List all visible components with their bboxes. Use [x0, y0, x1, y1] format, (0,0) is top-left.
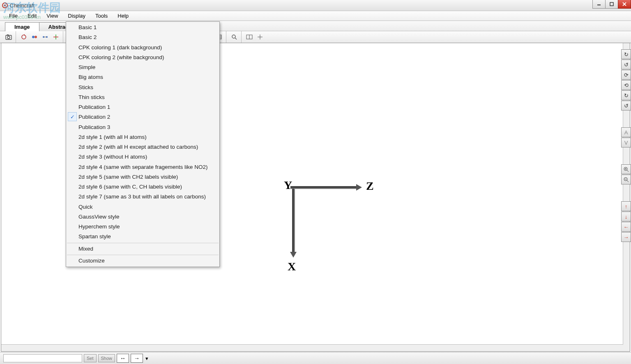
svg-point-20: [232, 35, 235, 38]
rotate-y-ccw-icon[interactable]: ⟲: [621, 80, 631, 90]
set-button[interactable]: Set: [84, 354, 97, 362]
svg-rect-8: [7, 35, 9, 35]
rotate-z-ccw-icon[interactable]: ↺: [621, 101, 631, 111]
display-style-item[interactable]: 2d style 6 (same with C, CH labels visib…: [66, 182, 219, 192]
display-style-item[interactable]: Quick: [66, 202, 219, 212]
display-style-item[interactable]: 2d style 5 (same with CH2 labels visible…: [66, 172, 219, 182]
horizontal-scrollbar[interactable]: [1, 344, 623, 351]
rotate-z-cw-icon[interactable]: ↻: [621, 90, 631, 100]
display-style-customize[interactable]: Customize: [66, 256, 219, 266]
zoom-out-icon[interactable]: [621, 175, 631, 184]
title-bar: Chemcraft: [0, 0, 631, 11]
display-style-item[interactable]: CPK coloring 2 (white background): [66, 53, 219, 62]
expand-icon[interactable]: [255, 32, 265, 42]
menu-tools[interactable]: Tools: [90, 12, 113, 20]
display-style-item[interactable]: 2d style 3 (without H atoms): [66, 152, 219, 162]
display-style-item[interactable]: Basic 2: [66, 32, 219, 42]
move-right-icon[interactable]: →: [621, 232, 631, 242]
svg-point-10: [32, 36, 35, 38]
window-title: Chemcraft: [10, 2, 35, 9]
display-style-item[interactable]: Publication 3: [66, 122, 219, 132]
molecule-icon-2[interactable]: [40, 32, 51, 42]
menu-display[interactable]: Display: [63, 12, 90, 20]
rotate-ccw-icon[interactable]: ↺: [621, 60, 631, 69]
status-field: [3, 354, 82, 362]
grid-icon[interactable]: [244, 32, 255, 42]
camera-icon[interactable]: [3, 32, 14, 42]
svg-rect-3: [610, 2, 613, 6]
axis-y-label: Y: [284, 179, 292, 192]
rotate-icon[interactable]: [18, 32, 29, 42]
scroll-corner: [623, 345, 630, 351]
svg-line-27: [627, 170, 629, 172]
zoom-in-icon[interactable]: [621, 164, 631, 174]
tab-image[interactable]: Image: [5, 22, 39, 31]
svg-line-31: [627, 180, 629, 182]
window-controls: [593, 0, 631, 9]
menu-edit[interactable]: Edit: [23, 12, 41, 20]
svg-point-11: [35, 36, 37, 38]
display-style-item[interactable]: Basic 1: [66, 23, 219, 32]
arrow-both-icon[interactable]: ↔: [117, 354, 129, 363]
side-panel: ↻ ↺ ⟳ ⟲ ↻ ↺ A V ↑ ↓ ← →: [621, 49, 630, 242]
app-icon: [2, 2, 8, 9]
display-style-item[interactable]: GaussView style: [66, 212, 219, 222]
svg-point-7: [7, 36, 10, 39]
menu-bar: File Edit View Display Tools Help: [0, 11, 631, 21]
axis-x-label: X: [288, 260, 296, 273]
display-style-item[interactable]: Hyperchem style: [66, 222, 219, 232]
maximize-button[interactable]: [605, 0, 618, 9]
svg-line-21: [235, 38, 237, 39]
display-style-item[interactable]: Spartan style: [66, 232, 219, 242]
flip-a-icon[interactable]: A: [621, 127, 631, 137]
rotate-y-cw-icon[interactable]: ⟳: [621, 70, 631, 80]
check-icon: ✓: [68, 112, 77, 121]
svg-point-9: [22, 35, 26, 39]
rotate-cw-icon[interactable]: ↻: [621, 49, 631, 59]
display-style-item[interactable]: Sticks: [66, 83, 219, 92]
display-style-item[interactable]: Simple: [66, 62, 219, 72]
move-up-icon[interactable]: ↑: [621, 201, 631, 211]
move-down-icon[interactable]: ↓: [621, 212, 631, 221]
close-button[interactable]: [618, 0, 631, 9]
display-style-menu: Basic 1Basic 2CPK coloring 1 (dark backg…: [66, 21, 220, 267]
show-button[interactable]: Show: [98, 354, 115, 362]
menu-file[interactable]: File: [4, 12, 23, 20]
arrow-right-icon[interactable]: →: [131, 354, 143, 363]
display-style-item[interactable]: Publication 2✓: [66, 112, 219, 122]
minimize-button[interactable]: [592, 0, 606, 9]
display-style-item[interactable]: CPK coloring 1 (dark background): [66, 43, 219, 53]
display-style-item[interactable]: 2d style 1 (with all H atoms): [66, 132, 219, 142]
display-style-item[interactable]: Publication 1: [66, 102, 219, 112]
flip-v-icon[interactable]: V: [621, 138, 631, 147]
display-style-mixed[interactable]: Mixed: [66, 244, 219, 254]
status-bar: Set Show ↔ → ▾: [0, 352, 631, 364]
display-style-item[interactable]: 2d style 2 (with all H except attached t…: [66, 142, 219, 152]
axis-z-label: Z: [366, 180, 374, 193]
display-style-item[interactable]: Big atoms: [66, 72, 219, 82]
axis-icon-1[interactable]: [51, 32, 61, 42]
menu-view[interactable]: View: [41, 12, 63, 20]
molecule-icon-1[interactable]: [29, 32, 40, 42]
svg-point-1: [4, 5, 6, 6]
menu-help[interactable]: Help: [113, 12, 134, 20]
move-left-icon[interactable]: ←: [621, 222, 631, 232]
display-style-item[interactable]: 2d style 7 (same as 3 but with all label…: [66, 192, 219, 202]
dropdown-caret-icon[interactable]: ▾: [145, 355, 149, 362]
display-style-item[interactable]: Thin sticks: [66, 92, 219, 102]
display-style-item[interactable]: 2d style 4 (same with separate fragement…: [66, 162, 219, 172]
zoom-icon[interactable]: [229, 32, 240, 42]
